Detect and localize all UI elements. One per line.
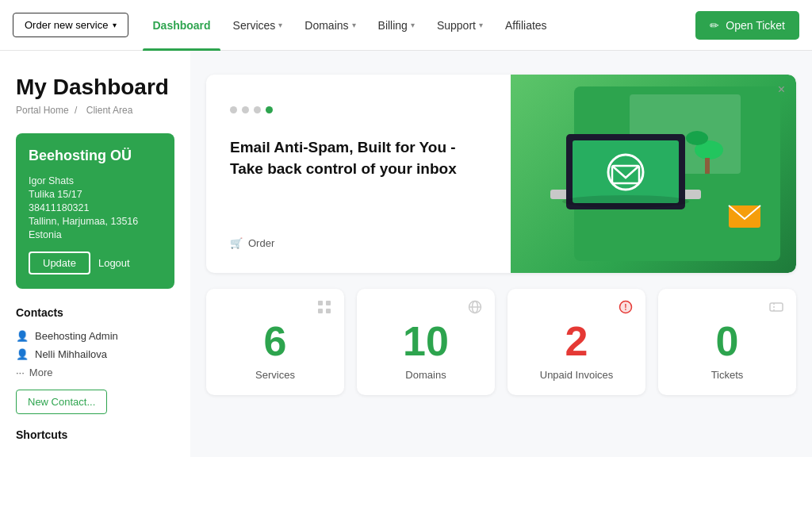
contacts-section-title: Contacts (16, 306, 174, 319)
contact-item-0[interactable]: 👤 Beehosting Admin (16, 327, 174, 345)
stat-card-invoices[interactable]: ! 2 Unpaid Invoices (508, 289, 645, 395)
nav-link-support[interactable]: Support ▾ (427, 0, 492, 51)
stats-grid: 6 Services 10 Domains ! 2 Unpaid Invoice… (206, 289, 796, 395)
breadcrumb-current: Client Area (86, 105, 133, 116)
person-icon-1: 👤 (16, 348, 29, 360)
page-title: My Dashboard (16, 75, 174, 100)
breadcrumb-separator: / (75, 105, 77, 116)
domains-label: Domains (405, 369, 446, 381)
banner-content: Email Anti-Spam, Built for You - Take ba… (206, 75, 511, 273)
update-button[interactable]: Update (29, 251, 90, 275)
svg-text:!: ! (624, 303, 626, 312)
nav-link-affiliates[interactable]: Affiliates (496, 0, 557, 51)
stat-card-tickets[interactable]: 0 Tickets (658, 289, 796, 395)
shopping-cart-icon: 🛒 (230, 237, 243, 249)
banner-illustration: × (511, 75, 796, 273)
billing-chevron-icon: ▾ (411, 21, 415, 29)
svg-point-8 (686, 131, 708, 145)
sidebar: My Dashboard Portal Home / Client Area B… (0, 51, 190, 457)
ticket-icon (769, 300, 783, 318)
order-new-service-button[interactable]: Order new service ▾ (13, 13, 128, 37)
banner-dot-0[interactable] (230, 106, 237, 113)
more-contacts-link[interactable]: ··· More (16, 363, 174, 382)
banner-close-button[interactable]: × (778, 83, 785, 97)
contact-item-1[interactable]: 👤 Nelli Mihhailova (16, 345, 174, 363)
breadcrumb: Portal Home / Client Area (16, 105, 174, 116)
nav-link-billing[interactable]: Billing ▾ (369, 0, 424, 51)
svg-rect-13 (326, 301, 331, 305)
banner-dot-2[interactable] (254, 106, 261, 113)
tickets-label: Tickets (711, 369, 744, 381)
services-label: Services (255, 369, 295, 381)
account-name: Igor Shats (29, 175, 162, 186)
svg-rect-12 (318, 301, 323, 305)
svg-rect-14 (318, 309, 323, 313)
invoices-label: Unpaid Invoices (540, 369, 614, 381)
account-country: Estonia (29, 229, 162, 240)
order-new-service-label: Order new service (25, 19, 108, 31)
svg-rect-15 (326, 309, 331, 313)
nav-link-domains[interactable]: Domains ▾ (295, 0, 365, 51)
domains-count: 10 (403, 319, 449, 364)
grid-icon (317, 300, 331, 318)
svg-rect-4 (573, 140, 679, 203)
invoices-count: 2 (565, 319, 588, 364)
services-count: 6 (264, 319, 287, 364)
account-address1: Tulika 15/17 (29, 189, 162, 200)
main-content: Email Anti-Spam, Built for You - Take ba… (190, 51, 812, 457)
nav-link-services[interactable]: Services ▾ (224, 0, 293, 51)
alert-icon: ! (619, 300, 633, 318)
banner-order-link[interactable]: 🛒 Order (230, 237, 487, 249)
nav-links: Dashboard Services ▾ Domains ▾ Billing ▾… (143, 0, 556, 51)
pencil-icon: ✏ (710, 19, 719, 32)
stat-card-domains[interactable]: 10 Domains (357, 289, 495, 395)
ellipsis-icon: ··· (16, 367, 25, 378)
banner-dots (230, 106, 487, 113)
globe-icon (468, 300, 482, 318)
support-chevron-icon: ▾ (479, 21, 483, 29)
banner-title: Email Anti-Spam, Built for You - Take ba… (230, 137, 487, 179)
open-ticket-button[interactable]: ✏ Open Ticket (695, 11, 799, 40)
svg-rect-22 (770, 303, 783, 311)
banner-card: Email Anti-Spam, Built for You - Take ba… (206, 75, 796, 273)
banner-dot-3[interactable] (266, 106, 273, 113)
banner-dot-1[interactable] (242, 106, 249, 113)
domains-chevron-icon: ▾ (352, 21, 356, 29)
nav-link-dashboard[interactable]: Dashboard (143, 0, 220, 51)
logout-button[interactable]: Logout (98, 251, 130, 275)
stat-card-services[interactable]: 6 Services (206, 289, 344, 395)
person-icon-0: 👤 (16, 330, 29, 342)
svg-point-11 (562, 195, 689, 208)
page-body: My Dashboard Portal Home / Client Area B… (0, 51, 812, 457)
account-phone: 38411180321 (29, 202, 162, 213)
tickets-count: 0 (716, 319, 739, 364)
new-contact-button[interactable]: New Contact... (16, 390, 107, 414)
banner-svg (527, 86, 780, 261)
account-address2: Tallinn, Harjumaa, 13516 (29, 216, 162, 227)
breadcrumb-home[interactable]: Portal Home (16, 105, 69, 116)
company-name: Beehosting OÜ (29, 148, 162, 164)
shortcuts-title: Shortcuts (16, 428, 174, 441)
svg-rect-9 (705, 158, 710, 174)
navbar: Order new service ▾ Dashboard Services ▾… (0, 0, 812, 51)
services-chevron-icon: ▾ (278, 21, 282, 29)
account-card: Beehosting OÜ Igor Shats Tulika 15/17 38… (16, 133, 174, 289)
order-chevron-icon: ▾ (113, 21, 117, 29)
